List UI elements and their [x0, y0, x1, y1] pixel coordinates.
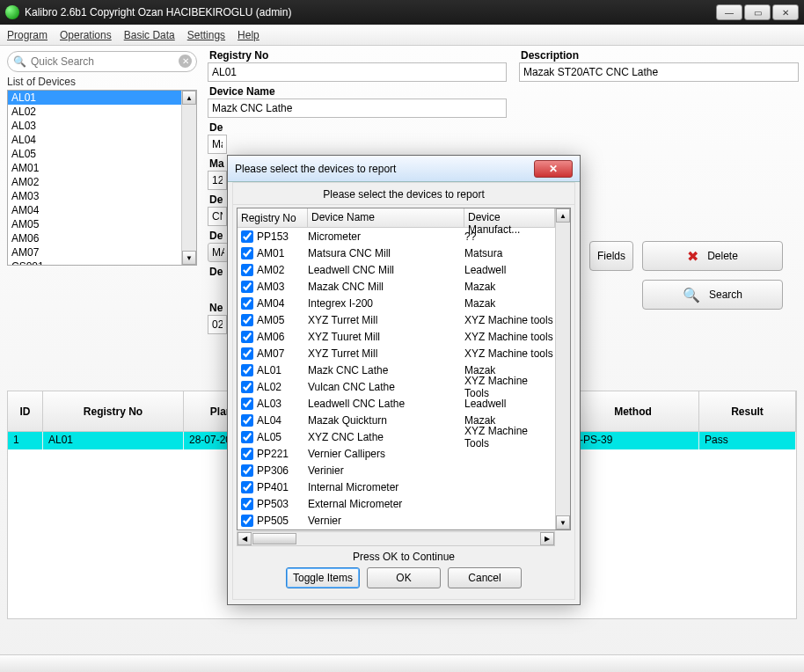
row-checkbox[interactable] — [241, 281, 253, 293]
menu-basic-data[interactable]: Basic Data — [124, 29, 175, 41]
scroll-thumb[interactable] — [252, 533, 296, 544]
table-row[interactable]: PP507External Blade Micrometer — [238, 529, 555, 530]
list-item[interactable]: AM03 — [8, 189, 181, 203]
table-row[interactable]: AM01Matsura CNC MillMatsura — [238, 245, 555, 261]
table-row[interactable]: PP401Internal Micrometer — [238, 478, 555, 495]
row-checkbox[interactable] — [241, 498, 253, 510]
table-row[interactable]: AM02Leadwell CNC MillLeadwell — [238, 261, 555, 278]
cell-name: Leadwell CNC Lathe — [308, 398, 464, 410]
list-item[interactable]: AL03 — [8, 119, 181, 133]
row-checkbox[interactable] — [241, 264, 253, 276]
col-registry[interactable]: Registry No — [43, 391, 184, 431]
cell-reg: AM04 — [257, 297, 284, 310]
row-checkbox[interactable] — [241, 464, 253, 477]
col-id[interactable]: ID — [8, 391, 43, 431]
partial-field-man[interactable] — [208, 171, 227, 190]
registry-no-field[interactable] — [208, 62, 507, 82]
table-row[interactable]: PP503External Micrometer — [238, 495, 555, 512]
list-item[interactable]: AM07 — [8, 245, 181, 259]
table-row[interactable]: AL05XYZ CNC LatheXYZ Machine Tools — [238, 428, 555, 445]
cell-name: Leadwell CNC Mill — [308, 264, 464, 276]
next-field[interactable] — [208, 315, 227, 334]
toggle-items-button[interactable]: Toggle Items — [286, 567, 360, 588]
list-item[interactable]: AL01 — [8, 91, 181, 105]
list-item[interactable]: AM02 — [8, 175, 181, 189]
cell-name: Matsura CNC Mill — [308, 247, 464, 259]
cell-name: Internal Micrometer — [308, 481, 464, 493]
row-checkbox[interactable] — [241, 314, 253, 326]
table-row[interactable]: PP505Vernier — [238, 512, 555, 529]
menu-help[interactable]: Help — [238, 29, 259, 41]
dlg-col-name[interactable]: Device Name — [308, 208, 464, 227]
list-item[interactable]: AL04 — [8, 133, 181, 147]
list-item[interactable]: AM06 — [8, 231, 181, 245]
menu-program[interactable]: Program — [7, 29, 48, 41]
table-row[interactable]: PP153Micrometer?? — [238, 228, 555, 245]
list-item[interactable]: AL02 — [8, 105, 181, 119]
row-checkbox[interactable] — [241, 331, 253, 343]
scroll-left-icon[interactable]: ◀ — [238, 532, 252, 545]
table-row[interactable]: AL03Leadwell CNC LatheLeadwell — [238, 395, 555, 412]
ok-button[interactable]: OK — [367, 567, 441, 588]
cell-reg: AM05 — [257, 314, 284, 326]
dialog-vscrollbar[interactable]: ▲ ▼ — [555, 208, 570, 530]
delete-button[interactable]: ✖Delete — [642, 241, 783, 271]
cell-reg: PP503 — [257, 498, 289, 510]
row-checkbox[interactable] — [241, 448, 253, 460]
minimize-button[interactable]: ― — [716, 4, 742, 20]
list-item[interactable]: AM01 — [8, 161, 181, 175]
scroll-right-icon[interactable]: ▶ — [540, 532, 554, 545]
dialog-hscrollbar[interactable]: ◀ ▶ — [237, 531, 555, 546]
clear-search-icon[interactable]: ✕ — [179, 55, 192, 68]
row-checkbox[interactable] — [241, 398, 253, 410]
scroll-up-icon[interactable]: ▲ — [556, 208, 570, 223]
table-row[interactable]: AM05XYZ Turret MillXYZ Machine tools — [238, 311, 555, 328]
table-row[interactable]: AL02Vulcan CNC LatheXYZ Machine Tools — [238, 378, 555, 395]
row-checkbox[interactable] — [241, 381, 253, 393]
scroll-down-icon[interactable]: ▼ — [182, 251, 196, 265]
table-row[interactable]: PP306Verinier — [238, 462, 555, 478]
list-item[interactable]: AL05 — [8, 147, 181, 161]
row-checkbox[interactable] — [241, 297, 253, 310]
row-checkbox[interactable] — [241, 414, 253, 427]
table-row[interactable]: AM07XYZ Turret MillXYZ Machine tools — [238, 345, 555, 362]
row-checkbox[interactable] — [241, 431, 253, 443]
menu-settings[interactable]: Settings — [187, 29, 225, 41]
dialog-close-button[interactable]: ✕ — [534, 160, 573, 178]
cancel-button[interactable]: Cancel — [448, 567, 522, 588]
partial-field-2[interactable] — [208, 207, 227, 226]
table-row[interactable]: AM04Integrex I-200Mazak — [238, 295, 555, 311]
maximize-button[interactable]: ▭ — [744, 4, 771, 20]
col-method[interactable]: Method — [567, 391, 699, 431]
partial-field-1[interactable] — [208, 135, 227, 154]
scroll-up-icon[interactable]: ▲ — [182, 91, 196, 105]
row-checkbox[interactable] — [241, 230, 253, 243]
table-row[interactable]: AM03Mazak CNC MillMazak — [238, 278, 555, 295]
description-field[interactable] — [519, 62, 799, 82]
list-item[interactable]: AM05 — [8, 217, 181, 231]
search-button[interactable]: 🔍Search — [642, 280, 783, 310]
list-item[interactable]: AM04 — [8, 203, 181, 217]
row-checkbox[interactable] — [241, 515, 253, 527]
dlg-col-manufacturer[interactable]: Device Manufact... — [464, 208, 555, 227]
dlg-col-registry[interactable]: Registry No — [238, 208, 308, 227]
cell-manuf: Mazak — [464, 281, 555, 293]
menu-operations[interactable]: Operations — [60, 29, 112, 41]
cell-name: Mazak Quickturn — [308, 414, 464, 427]
row-checkbox[interactable] — [241, 364, 253, 376]
device-list-scrollbar[interactable]: ▲ ▼ — [181, 91, 196, 265]
scroll-down-icon[interactable]: ▼ — [556, 515, 570, 530]
cell-name: Integrex I-200 — [308, 297, 464, 310]
row-checkbox[interactable] — [241, 481, 253, 493]
col-result[interactable]: Result — [699, 391, 796, 431]
partial-field-3[interactable] — [208, 243, 229, 262]
row-checkbox[interactable] — [241, 247, 253, 259]
report-dialog: Please select the devices to report ✕ Pl… — [227, 155, 581, 605]
device-name-field[interactable] — [208, 99, 507, 118]
table-row[interactable]: AM06XYZ Tuuret MillXYZ Machine tools — [238, 328, 555, 345]
row-checkbox[interactable] — [241, 347, 253, 360]
search-input[interactable] — [7, 51, 197, 72]
list-item[interactable]: CS001 — [8, 259, 181, 265]
close-button[interactable]: ✕ — [772, 4, 799, 20]
fields-button[interactable]: Fields — [589, 241, 633, 271]
